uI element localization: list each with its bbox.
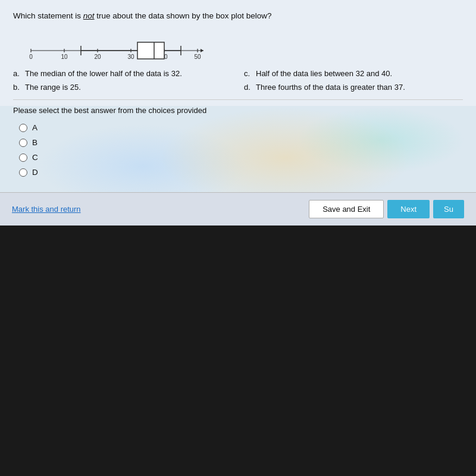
screen: Which statement is not true about the da… — [0, 0, 476, 476]
choice-c-label: c. — [244, 68, 253, 80]
radio-option-b[interactable]: B — [19, 138, 463, 147]
radio-option-d[interactable]: D — [19, 168, 463, 177]
radio-circle-a[interactable] — [19, 124, 27, 132]
choice-a-label: a. — [13, 68, 23, 80]
radio-option-a[interactable]: A — [19, 123, 463, 132]
submit-button[interactable]: Su — [433, 200, 464, 218]
footer-bar: Mark this and return Save and Exit Next … — [0, 192, 476, 226]
question-panel: Which statement is not true about the da… — [0, 0, 476, 106]
choice-b: b. The range is 25. — [13, 82, 232, 94]
choice-c: c. Half of the data lies between 32 and … — [244, 68, 463, 80]
radio-option-c[interactable]: C — [19, 153, 463, 162]
save-exit-button[interactable]: Save and Exit — [309, 200, 384, 218]
radio-options: A B C D — [19, 123, 463, 177]
choice-b-text: The range is 25. — [25, 82, 81, 94]
radio-circle-d[interactable] — [19, 168, 27, 177]
radio-label-d: D — [32, 168, 38, 177]
dark-bottom-area — [0, 226, 476, 476]
svg-marker-7 — [201, 49, 203, 52]
radio-label-a: A — [32, 123, 37, 132]
svg-text:0: 0 — [29, 54, 33, 60]
choice-a: a. The median of the lower half of the d… — [13, 68, 232, 80]
radio-label-b: B — [32, 138, 37, 147]
svg-text:30: 30 — [127, 54, 134, 60]
prompt-text: Please select the best answer from the c… — [13, 106, 463, 115]
choice-b-label: b. — [13, 82, 23, 94]
question-italic: not — [83, 11, 95, 20]
choices-grid: a. The median of the lower half of the d… — [13, 68, 463, 94]
choice-a-text: The median of the lower half of the data… — [25, 68, 182, 80]
footer-buttons: Save and Exit Next Su — [309, 200, 464, 218]
choice-d-label: d. — [244, 82, 253, 94]
divider — [13, 99, 463, 100]
answer-area: Please select the best answer from the c… — [0, 106, 476, 192]
question-text: Which statement is not true about the da… — [13, 11, 463, 22]
radio-circle-c[interactable] — [19, 154, 27, 162]
svg-rect-16 — [137, 42, 164, 59]
svg-text:50: 50 — [194, 54, 201, 60]
radio-circle-b[interactable] — [19, 139, 27, 147]
question-text-after: true about the data shown by the box plo… — [95, 11, 272, 20]
svg-text:20: 20 — [94, 54, 101, 60]
svg-text:10: 10 — [61, 54, 68, 60]
boxplot-container: 0 10 20 30 40 50 — [19, 29, 463, 62]
next-button[interactable]: Next — [387, 200, 430, 218]
choice-d: d. Three fourths of the data is greater … — [244, 82, 463, 94]
mark-return-link[interactable]: Mark this and return — [12, 205, 81, 214]
radio-label-c: C — [32, 153, 38, 162]
question-text-before: Which statement is — [13, 11, 83, 20]
choice-d-text: Three fourths of the data is greater tha… — [256, 82, 405, 94]
boxplot-svg: 0 10 20 30 40 50 — [19, 29, 209, 62]
choice-c-text: Half of the data lies between 32 and 40. — [256, 68, 392, 80]
